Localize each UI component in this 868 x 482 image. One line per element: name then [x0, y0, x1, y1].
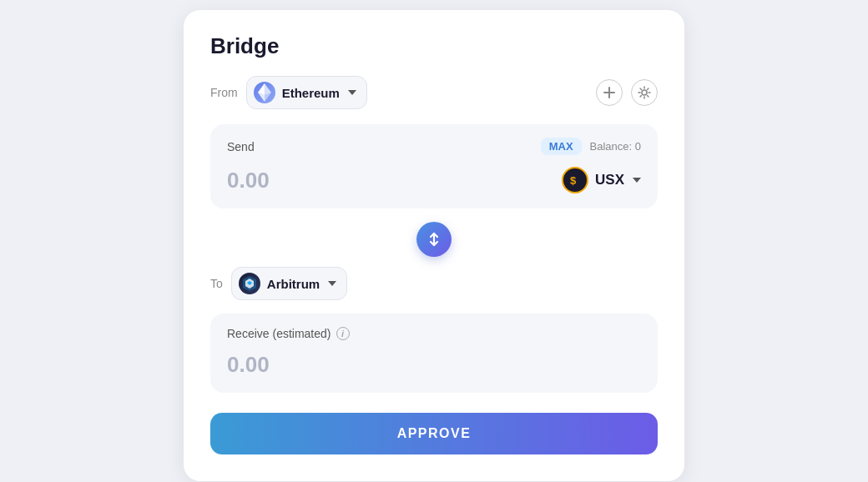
receive-card-header: Receive (estimated) i — [227, 327, 641, 340]
to-network-name: Arbitrum — [267, 277, 320, 291]
arbitrum-icon — [239, 273, 260, 294]
token-selector[interactable]: $ USX — [562, 167, 641, 193]
token-name: USX — [595, 172, 624, 188]
send-amount-value: 0.00 — [227, 168, 270, 193]
send-amount-row: 0.00 $ USX — [227, 167, 641, 193]
ethereum-icon — [254, 82, 275, 103]
token-chevron — [633, 178, 641, 183]
from-label: From — [210, 86, 238, 99]
swap-arrows-icon — [426, 231, 442, 248]
dollar-sign-icon: $ — [568, 173, 582, 187]
send-card-header: Send MAX Balance: 0 — [227, 138, 641, 155]
svg-text:$: $ — [570, 174, 577, 187]
to-network-chevron — [328, 281, 336, 286]
swap-direction-button[interactable] — [416, 222, 452, 257]
balance-display: Balance: 0 — [590, 140, 641, 153]
network-actions — [596, 79, 658, 106]
swap-btn-container — [210, 212, 658, 267]
receive-label-row: Receive (estimated) i — [227, 327, 350, 340]
to-network-row: To Arbitrum — [210, 267, 658, 300]
max-button[interactable]: MAX — [541, 138, 582, 155]
receive-amount-row: 0.00 — [227, 352, 641, 378]
from-row-left: From Ethereum — [210, 76, 367, 109]
info-icon: i — [336, 327, 350, 340]
receive-label: Receive (estimated) — [227, 327, 331, 340]
from-network-name: Ethereum — [282, 86, 340, 100]
page-container: Bridge From Ethereum — [0, 0, 868, 482]
bridge-panel: Bridge From Ethereum — [184, 10, 684, 481]
from-network-chevron — [348, 90, 356, 95]
add-icon — [603, 87, 615, 98]
to-label: To — [210, 277, 223, 290]
from-network-selector[interactable]: Ethereum — [246, 76, 367, 109]
send-card: Send MAX Balance: 0 0.00 $ USX — [210, 124, 658, 208]
add-button[interactable] — [596, 79, 623, 106]
send-label: Send — [227, 140, 255, 153]
to-network-selector[interactable]: Arbitrum — [231, 267, 347, 300]
send-header-right: MAX Balance: 0 — [541, 138, 641, 155]
receive-card: Receive (estimated) i 0.00 — [210, 314, 658, 393]
settings-button[interactable] — [631, 79, 658, 106]
settings-icon — [638, 86, 651, 99]
approve-button[interactable]: APPROVE — [210, 413, 658, 454]
from-network-row: From Ethereum — [210, 76, 658, 109]
receive-amount-value: 0.00 — [227, 352, 270, 378]
svg-point-6 — [642, 90, 647, 95]
usx-token-icon: $ — [562, 167, 588, 193]
bridge-title: Bridge — [210, 33, 658, 59]
